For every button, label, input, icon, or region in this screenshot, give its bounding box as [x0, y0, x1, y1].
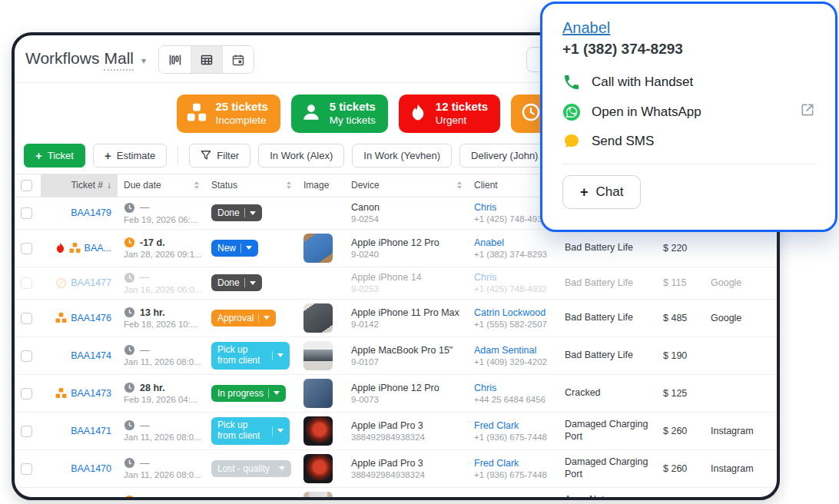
due-label: -17 d. [140, 237, 165, 248]
ticket-link[interactable]: BAA1470 [71, 463, 111, 474]
calendar-view-button[interactable] [222, 46, 254, 73]
table-row: BAA... -17 d. Jan 28, 2026 09:1... New A… [15, 229, 777, 267]
status-badge[interactable]: Approval [211, 310, 276, 327]
table-row: BAA1476 13 hr. Feb 18, 2026 10:... Appro… [15, 299, 777, 337]
row-checkbox[interactable] [21, 350, 32, 362]
problem-cell: Bad Battery Life [559, 267, 657, 299]
ticket-link[interactable]: BAA1479 [71, 207, 111, 218]
client-link[interactable]: Chris [474, 383, 552, 393]
badge-divider [272, 426, 273, 436]
external-link-icon[interactable] [800, 102, 815, 121]
sitemap-icon [55, 312, 67, 323]
ticket-link[interactable]: BAA1476 [71, 313, 111, 323]
add-ticket-button[interactable]: +Ticket [24, 144, 85, 167]
page-title: Workflows Mall ▾ [25, 49, 146, 71]
filter-preset-yevhen[interactable]: In Work (Yevhen) [352, 144, 452, 167]
row-checkbox[interactable] [21, 207, 32, 219]
device-photo[interactable] [303, 234, 333, 263]
client-link[interactable]: Fred Clark [474, 458, 552, 469]
device-code: 388492984938324 [351, 470, 462, 479]
ticket-cell: BAA... [41, 229, 118, 267]
open-in-whatsapp-action[interactable]: Open in WhatsApp [562, 97, 815, 127]
table-row: BAA1471 — Jan 11, 2026 08:0... Pick up f… [15, 412, 777, 449]
status-badge[interactable]: Done [211, 274, 262, 291]
source-cell: Instagram [705, 449, 777, 487]
badge-incomplete[interactable]: 25 ticketsIncomplete [177, 94, 280, 133]
row-checkbox[interactable] [21, 463, 32, 475]
ticket-link[interactable]: BAA1474 [71, 350, 111, 361]
device-photo[interactable] [303, 492, 333, 500]
client-link[interactable]: Chris [474, 272, 552, 283]
workflow-title-name[interactable]: Mall [104, 49, 134, 71]
status-badge[interactable]: In progress [211, 385, 286, 402]
person-icon [301, 102, 321, 125]
client-link[interactable]: Catrin Lockwood [474, 307, 552, 318]
status-badge[interactable]: Done [211, 204, 262, 221]
select-all-checkbox[interactable] [21, 180, 32, 191]
popup-divider [562, 164, 815, 164]
status-badge[interactable]: New [211, 498, 258, 500]
problem-text: Damaged Charging Port [565, 456, 648, 479]
row-checkbox[interactable] [21, 277, 32, 289]
status-badge[interactable]: Pick up from client [211, 417, 290, 445]
due-date: Jan 11, 2026 08:0... [124, 357, 199, 366]
ticket-link[interactable]: BAA1471 [71, 426, 111, 436]
chevron-down-icon[interactable] [250, 211, 256, 215]
device-photo[interactable] [303, 416, 333, 446]
ticket-link[interactable]: BAA1473 [71, 388, 111, 399]
status-badge[interactable]: Lost - quality [211, 460, 291, 477]
filter-preset-alex[interactable]: In Work (Alex) [258, 144, 344, 167]
chevron-down-icon[interactable] [246, 246, 252, 250]
ticket-link[interactable]: BAA1477 [71, 277, 111, 288]
filter-preset-john[interactable]: Delivery (John) [459, 144, 549, 167]
row-checkbox[interactable] [21, 313, 32, 324]
device-photo[interactable] [303, 454, 333, 483]
column-header-device[interactable]: Device [345, 174, 468, 197]
kanban-view-button[interactable] [159, 46, 191, 73]
price-text: $ 220 [663, 243, 687, 254]
chevron-down-icon[interactable] [250, 281, 256, 285]
client-link[interactable]: Adam Sentinal [474, 345, 552, 356]
filter-button[interactable]: Filter [189, 144, 250, 167]
price-text: $ 260 [663, 463, 687, 474]
table-view-button[interactable] [191, 46, 222, 73]
ticket-cell: BAA1476 [41, 299, 118, 337]
client-link[interactable]: Amelie [474, 496, 552, 500]
column-header-image[interactable]: Image [297, 174, 345, 197]
row-checkbox[interactable] [21, 426, 32, 437]
chevron-down-icon[interactable] [264, 316, 270, 320]
device-photo[interactable] [303, 303, 333, 333]
column-header-ticket[interactable]: Ticket #↓ [41, 174, 118, 197]
row-checkbox[interactable] [21, 388, 32, 400]
device-photo[interactable] [303, 379, 333, 408]
add-estimate-button[interactable]: +Estimate [93, 144, 167, 167]
chevron-down-icon[interactable] [277, 429, 284, 433]
client-name-link[interactable]: Anabel [562, 19, 610, 37]
ticket-link[interactable]: BAA... [85, 243, 111, 254]
badge-urgent[interactable]: 12 ticketsUrgent [399, 94, 500, 133]
due-label: — [140, 202, 150, 213]
row-checkbox[interactable] [21, 243, 32, 254]
send-sms-action[interactable]: Send SMS [562, 127, 815, 156]
client-cell: Adam Sentinal+1 (409) 329-4202 [468, 337, 559, 374]
plus-icon: + [580, 185, 589, 199]
device-cell: Canon9-0254 [345, 197, 468, 229]
image-cell [297, 487, 345, 500]
chevron-down-icon[interactable] [277, 353, 284, 357]
chevron-down-icon[interactable] [274, 391, 280, 395]
badge-my-tickets[interactable]: 5 ticketsMy tickets [291, 94, 388, 133]
status-badge[interactable]: Pick up from client [211, 342, 290, 370]
device-photo[interactable] [303, 341, 333, 370]
status-badge[interactable]: New [211, 240, 258, 257]
call-with-handset-action[interactable]: Call with Handset [562, 68, 815, 97]
column-header-status[interactable]: Status [205, 174, 297, 197]
chevron-down-icon[interactable] [279, 466, 285, 470]
source-text: Instagram [711, 463, 754, 474]
add-chat-button[interactable]: +Chat [562, 175, 641, 209]
client-link[interactable]: Fred Clark [474, 420, 552, 431]
client-link[interactable]: Anabel [474, 237, 552, 248]
price-text: $ 190 [663, 350, 687, 361]
column-header-due[interactable]: Due date [118, 174, 205, 197]
device-cell: Apple iPad Pro 3388492984938324 [345, 449, 468, 487]
chevron-down-icon[interactable]: ▾ [141, 55, 146, 66]
